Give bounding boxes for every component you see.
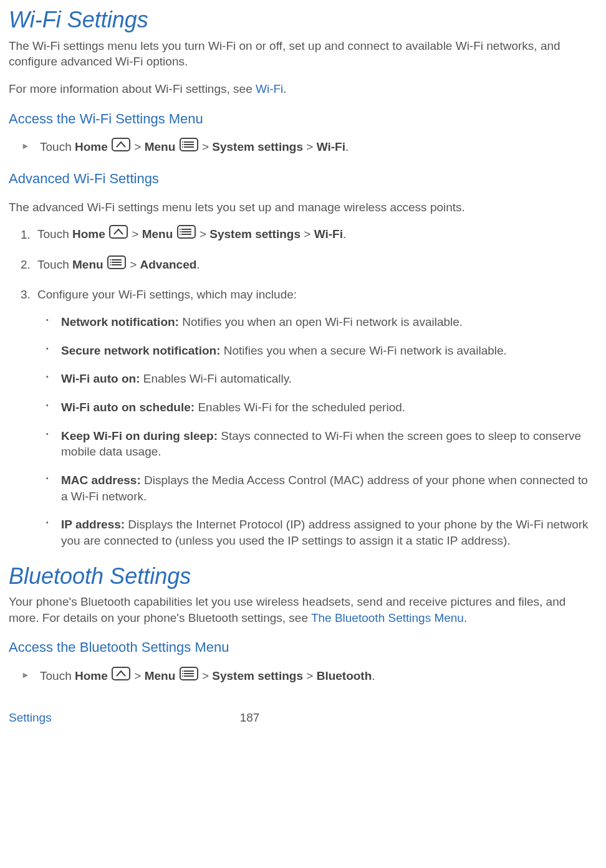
bullet-label: Keep Wi-Fi on during sleep: bbox=[61, 429, 218, 442]
bullet-wifi-auto-schedule: Wi-Fi auto on schedule: Enables Wi-Fi fo… bbox=[60, 399, 597, 416]
bullet-wifi-auto-on: Wi-Fi auto on: Enables Wi-Fi automatical… bbox=[60, 371, 597, 387]
svg-point-21 bbox=[110, 262, 111, 263]
wifi-link[interactable]: Wi-Fi bbox=[256, 82, 283, 95]
more-info-suffix: . bbox=[283, 82, 286, 95]
bullet-text: Enables Wi-Fi automatically. bbox=[140, 372, 292, 385]
bullet-label: MAC address: bbox=[61, 474, 141, 487]
bluetooth-label: Bluetooth bbox=[317, 669, 372, 682]
bullet-label: IP address: bbox=[61, 518, 125, 531]
access-wifi-heading: Access the Wi-Fi Settings Menu bbox=[9, 110, 597, 128]
syssettings-label-3: System settings bbox=[212, 669, 303, 682]
syssettings-label: System settings bbox=[212, 141, 303, 154]
svg-point-7 bbox=[182, 146, 183, 148]
svg-rect-8 bbox=[110, 226, 127, 238]
menu-icon bbox=[177, 225, 196, 243]
svg-point-30 bbox=[182, 675, 183, 677]
home-label-3: Home bbox=[75, 669, 108, 682]
menu-label: Menu bbox=[145, 141, 176, 154]
footer-section: Settings bbox=[9, 710, 52, 726]
gt-4: > bbox=[132, 228, 142, 241]
gt-7: > bbox=[130, 258, 140, 271]
advanced-step-2: Touch Menu > Advanced. bbox=[34, 257, 597, 275]
menu-icon bbox=[180, 138, 198, 156]
dot-1: . bbox=[196, 258, 200, 271]
home-label-2: Home bbox=[72, 228, 105, 241]
gt-2: > bbox=[202, 141, 212, 154]
touch-text-2: Touch bbox=[37, 228, 72, 241]
svg-point-14 bbox=[180, 231, 181, 232]
bullet-label: Network notification: bbox=[61, 315, 179, 328]
bullet-text: Enables Wi-Fi for the scheduled period. bbox=[195, 401, 405, 414]
page-footer: Settings 187 bbox=[9, 710, 597, 726]
svg-point-20 bbox=[110, 259, 111, 260]
bullet-text: Notifies you when an open Wi-Fi network … bbox=[179, 315, 463, 328]
svg-point-13 bbox=[180, 229, 181, 230]
svg-rect-23 bbox=[112, 667, 130, 680]
bullet-network-notification: Network notification: Notifies you when … bbox=[60, 314, 597, 330]
home-icon bbox=[109, 225, 128, 243]
step3-text: Configure your Wi-Fi settings, which may… bbox=[37, 288, 297, 301]
svg-point-29 bbox=[182, 673, 183, 674]
wifi-intro-text: The Wi-Fi settings menu lets you turn Wi… bbox=[9, 38, 597, 70]
gt-1: > bbox=[134, 141, 144, 154]
bullet-mac-address: MAC address: Displays the Media Access C… bbox=[60, 472, 597, 504]
dot-2: . bbox=[372, 669, 375, 682]
advanced-step-1: Touch Home > Menu > System settings > Wi… bbox=[34, 226, 597, 244]
bullet-keep-wifi-sleep: Keep Wi-Fi on during sleep: Stays connec… bbox=[60, 428, 597, 460]
bullet-secure-notification: Secure network notification: Notifies yo… bbox=[60, 343, 597, 359]
access-bluetooth-heading: Access the Bluetooth Settings Menu bbox=[9, 638, 597, 657]
bullet-label: Wi-Fi auto on schedule: bbox=[61, 401, 195, 414]
advanced-label: Advanced bbox=[140, 258, 197, 271]
svg-point-22 bbox=[110, 264, 111, 265]
wifi-more-info: For more information about Wi-Fi setting… bbox=[9, 81, 597, 97]
menu-label-3: Menu bbox=[72, 258, 103, 271]
svg-point-15 bbox=[180, 234, 181, 235]
bluetooth-settings-heading: Bluetooth Settings bbox=[9, 561, 597, 592]
svg-point-5 bbox=[182, 141, 183, 143]
home-icon bbox=[112, 667, 130, 685]
gt-10: > bbox=[303, 669, 317, 682]
gt-3: > bbox=[303, 141, 317, 154]
bullet-label: Wi-Fi auto on: bbox=[61, 372, 140, 385]
wifi-settings-heading: Wi-Fi Settings bbox=[9, 5, 597, 36]
wifi-label: Wi-Fi bbox=[317, 141, 345, 154]
syssettings-label-2: System settings bbox=[209, 228, 301, 241]
menu-icon bbox=[107, 255, 126, 274]
touch-text: Touch bbox=[40, 141, 75, 154]
bt-intro-suffix: . bbox=[464, 611, 467, 624]
gt-8: > bbox=[134, 669, 144, 682]
bluetooth-settings-menu-link[interactable]: The Bluetooth Settings Menu bbox=[311, 611, 464, 624]
footer-page-number: 187 bbox=[240, 710, 260, 726]
bullet-text: Notifies you when a secure Wi-Fi network… bbox=[220, 344, 506, 357]
bluetooth-intro: Your phone's Bluetooth capabilities let … bbox=[9, 594, 597, 626]
bullet-text: Displays the Internet Protocol (IP) addr… bbox=[61, 518, 589, 547]
svg-rect-0 bbox=[112, 138, 130, 151]
bullet-ip-address: IP address: Displays the Internet Protoc… bbox=[60, 517, 597, 548]
menu-label-4: Menu bbox=[145, 669, 176, 682]
home-label: Home bbox=[75, 141, 108, 154]
menu-icon bbox=[180, 667, 198, 685]
svg-point-6 bbox=[182, 144, 183, 145]
advanced-wifi-heading: Advanced Wi-Fi Settings bbox=[9, 169, 597, 188]
gt-9: > bbox=[202, 669, 212, 682]
menu-label-2: Menu bbox=[142, 228, 173, 241]
touch-text-3: Touch bbox=[37, 258, 72, 271]
gt-5: > bbox=[200, 228, 209, 241]
bullet-label: Secure network notification: bbox=[61, 344, 220, 357]
gt-6: > bbox=[301, 228, 314, 241]
advanced-step-3: Configure your Wi-Fi settings, which may… bbox=[34, 287, 597, 548]
svg-point-28 bbox=[182, 670, 183, 672]
bt-intro-prefix: Your phone's Bluetooth capabilities let … bbox=[9, 595, 565, 624]
touch-text-4: Touch bbox=[40, 669, 75, 682]
advanced-wifi-intro: The advanced Wi-Fi settings menu lets yo… bbox=[9, 199, 597, 216]
home-icon bbox=[112, 138, 130, 156]
access-bluetooth-step: Touch Home > Menu > System settings > Bl… bbox=[31, 668, 597, 686]
more-info-prefix: For more information about Wi-Fi setting… bbox=[9, 82, 256, 95]
wifi-label-2: Wi-Fi bbox=[314, 228, 343, 241]
access-wifi-step: Touch Home > Menu > System settings > Wi… bbox=[31, 139, 597, 157]
